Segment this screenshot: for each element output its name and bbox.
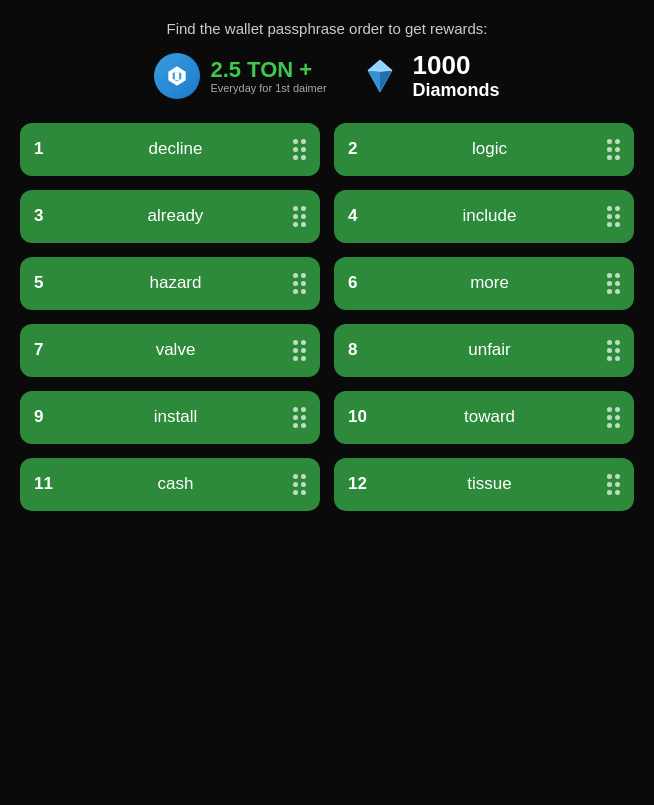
word-card-11[interactable]: 11cash bbox=[20, 458, 320, 511]
word-text-7: valve bbox=[62, 340, 289, 360]
word-text-1: decline bbox=[62, 139, 289, 159]
words-grid: 1decline2logic3already4include5hazard6mo… bbox=[20, 123, 634, 511]
word-card-4[interactable]: 4include bbox=[334, 190, 634, 243]
drag-icon-11 bbox=[293, 474, 306, 495]
word-number-9: 9 bbox=[34, 407, 62, 427]
diamond-shape-icon bbox=[360, 56, 400, 96]
drag-icon-2 bbox=[607, 139, 620, 160]
word-number-2: 2 bbox=[348, 139, 376, 159]
word-card-10[interactable]: 10toward bbox=[334, 391, 634, 444]
ton-subtitle: Everyday for 1st daimer bbox=[210, 82, 326, 94]
drag-icon-7 bbox=[293, 340, 306, 361]
word-number-11: 11 bbox=[34, 474, 62, 494]
word-text-3: already bbox=[62, 206, 289, 226]
drag-icon-10 bbox=[607, 407, 620, 428]
word-card-9[interactable]: 9install bbox=[20, 391, 320, 444]
ton-reward: 2.5 TON + Everyday for 1st daimer bbox=[154, 53, 326, 99]
drag-icon-9 bbox=[293, 407, 306, 428]
rewards-row: 2.5 TON + Everyday for 1st daimer 1000 D… bbox=[20, 51, 634, 101]
word-card-3[interactable]: 3already bbox=[20, 190, 320, 243]
word-card-12[interactable]: 12tissue bbox=[334, 458, 634, 511]
word-text-2: logic bbox=[376, 139, 603, 159]
ton-amount: 2.5 TON + bbox=[210, 58, 326, 82]
word-card-5[interactable]: 5hazard bbox=[20, 257, 320, 310]
word-number-7: 7 bbox=[34, 340, 62, 360]
diamond-icon-container bbox=[357, 53, 403, 99]
word-card-6[interactable]: 6more bbox=[334, 257, 634, 310]
word-number-1: 1 bbox=[34, 139, 62, 159]
drag-icon-1 bbox=[293, 139, 306, 160]
word-text-6: more bbox=[376, 273, 603, 293]
word-text-12: tissue bbox=[376, 474, 603, 494]
word-number-5: 5 bbox=[34, 273, 62, 293]
word-card-7[interactable]: 7valve bbox=[20, 324, 320, 377]
drag-icon-12 bbox=[607, 474, 620, 495]
header-title: Find the wallet passphrase order to get … bbox=[167, 20, 488, 37]
word-card-1[interactable]: 1decline bbox=[20, 123, 320, 176]
word-card-8[interactable]: 8unfair bbox=[334, 324, 634, 377]
drag-icon-3 bbox=[293, 206, 306, 227]
word-text-4: include bbox=[376, 206, 603, 226]
diamond-text: Diamonds bbox=[413, 80, 500, 101]
word-number-10: 10 bbox=[348, 407, 376, 427]
diamond-reward: 1000 Diamonds bbox=[357, 51, 500, 101]
word-number-4: 4 bbox=[348, 206, 376, 226]
word-number-6: 6 bbox=[348, 273, 376, 293]
word-number-3: 3 bbox=[34, 206, 62, 226]
word-number-12: 12 bbox=[348, 474, 376, 494]
word-text-11: cash bbox=[62, 474, 289, 494]
ton-logo-icon bbox=[164, 63, 190, 89]
ton-icon bbox=[154, 53, 200, 99]
word-text-8: unfair bbox=[376, 340, 603, 360]
diamond-amount: 1000 bbox=[413, 51, 500, 80]
drag-icon-4 bbox=[607, 206, 620, 227]
diamond-label: 1000 Diamonds bbox=[413, 51, 500, 101]
word-text-5: hazard bbox=[62, 273, 289, 293]
drag-icon-5 bbox=[293, 273, 306, 294]
drag-icon-6 bbox=[607, 273, 620, 294]
word-card-2[interactable]: 2logic bbox=[334, 123, 634, 176]
word-text-9: install bbox=[62, 407, 289, 427]
word-number-8: 8 bbox=[348, 340, 376, 360]
ton-label: 2.5 TON + Everyday for 1st daimer bbox=[210, 58, 326, 94]
svg-rect-2 bbox=[175, 73, 179, 81]
word-text-10: toward bbox=[376, 407, 603, 427]
drag-icon-8 bbox=[607, 340, 620, 361]
